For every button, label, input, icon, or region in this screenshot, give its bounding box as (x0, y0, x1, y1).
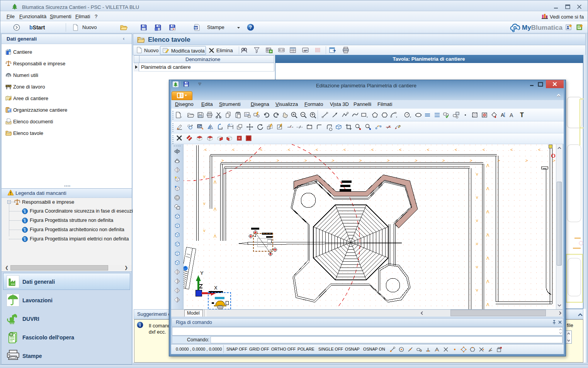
svg-text:<: < (538, 147, 540, 152)
svg-text:Λ: Λ (486, 279, 489, 284)
svg-text:v: v (203, 228, 206, 233)
svg-text:>: > (387, 158, 389, 163)
svg-text:>: > (221, 158, 224, 163)
svg-text:<: < (260, 147, 262, 152)
svg-text:<: < (343, 147, 346, 152)
svg-text:>: > (277, 158, 279, 163)
svg-text:v: v (476, 264, 478, 269)
svg-text:Λ: Λ (486, 256, 489, 261)
svg-text:>: > (304, 158, 307, 163)
svg-text:<: < (316, 147, 318, 152)
svg-text:>: > (553, 158, 555, 163)
svg-text:Λ: Λ (214, 234, 217, 239)
svg-text:>: > (442, 158, 445, 163)
svg-text:v: v (203, 174, 206, 179)
svg-text:>: > (470, 158, 472, 163)
svg-text:Λ: Λ (486, 163, 489, 168)
svg-text:v: v (476, 218, 478, 223)
svg-text:v: v (476, 241, 478, 246)
svg-text:Λ: Λ (486, 233, 489, 237)
svg-text:<: < (371, 147, 374, 152)
svg-text:v: v (476, 288, 478, 292)
svg-text:Λ: Λ (486, 210, 489, 214)
svg-text:>: > (359, 158, 362, 163)
svg-text:>: > (332, 158, 334, 163)
svg-text:<: < (232, 147, 235, 152)
svg-text:>: > (249, 158, 251, 163)
svg-text:<: < (204, 147, 207, 152)
svg-text:T: T (520, 112, 524, 118)
svg-text:<: < (288, 147, 290, 152)
svg-text:<: < (427, 147, 429, 152)
svg-text:>: > (498, 158, 500, 163)
svg-text:Λ: Λ (214, 207, 217, 211)
svg-text:v: v (203, 201, 206, 206)
svg-text:>: > (525, 158, 528, 163)
svg-text:<: < (510, 147, 513, 152)
svg-text:v: v (476, 172, 478, 176)
svg-text:Y: Y (200, 270, 204, 276)
svg-text:W: W (194, 26, 198, 30)
svg-text:-a+: -a+ (303, 49, 308, 52)
svg-text:Λ: Λ (214, 180, 217, 184)
svg-text:<: < (483, 147, 485, 152)
svg-text:Λ: Λ (486, 186, 489, 191)
svg-text:<: < (399, 147, 401, 152)
svg-text:A: A (510, 112, 513, 118)
svg-text:X: X (214, 285, 218, 291)
svg-text:Λ: Λ (486, 302, 489, 307)
svg-text:v: v (476, 195, 478, 199)
svg-text:?: ? (249, 25, 252, 30)
svg-text:>: > (415, 158, 417, 163)
svg-text:<: < (455, 147, 457, 152)
